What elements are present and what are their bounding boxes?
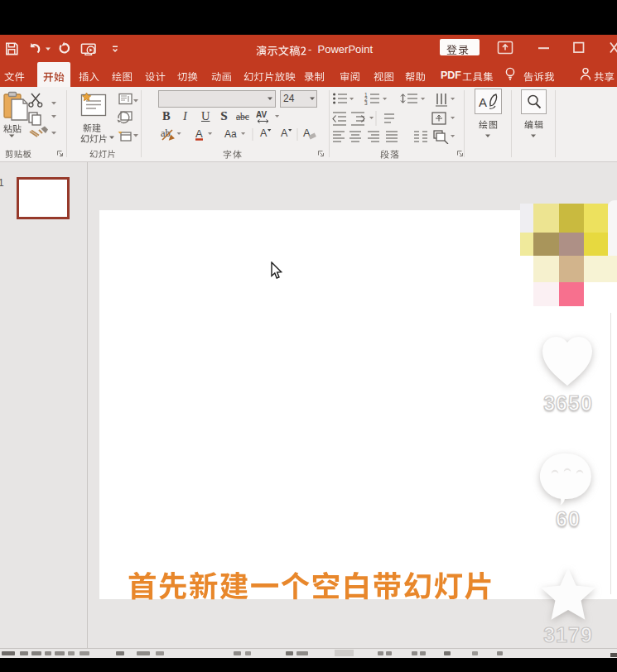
svg-text:A: A bbox=[260, 127, 268, 139]
svg-text:A: A bbox=[195, 127, 203, 140]
svg-text:AV: AV bbox=[256, 110, 267, 119]
svg-text:3: 3 bbox=[364, 100, 368, 106]
svg-text:A: A bbox=[281, 127, 288, 139]
svg-text:A: A bbox=[479, 95, 487, 109]
svg-text:Aa: Aa bbox=[224, 128, 237, 140]
